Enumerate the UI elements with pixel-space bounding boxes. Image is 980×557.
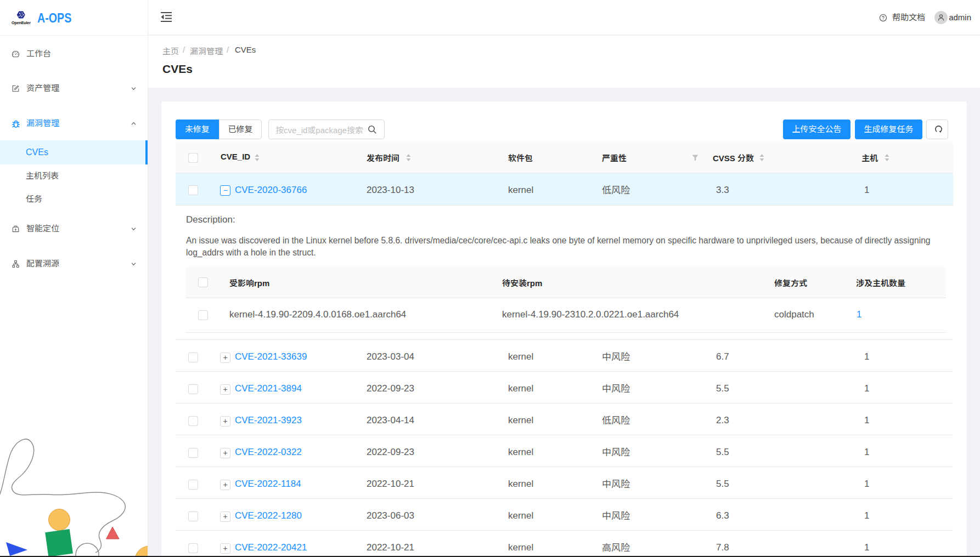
svg-text:OpenEuler: OpenEuler — [12, 20, 31, 25]
